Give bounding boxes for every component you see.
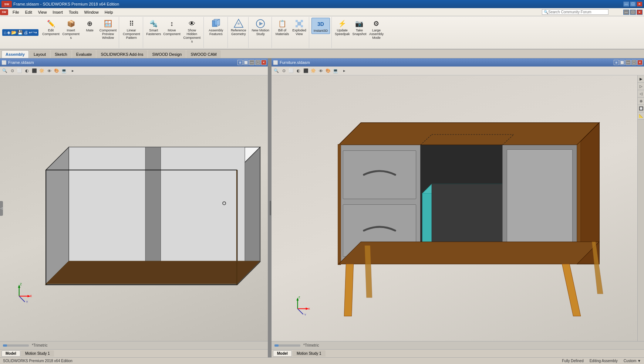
reference-geometry-button[interactable]: ReferenceGeometry [230, 18, 247, 37]
frame-min-button[interactable]: — [249, 60, 254, 65]
svg-text:Z: Z [299, 296, 300, 299]
frame-max-button[interactable]: ☐ [255, 60, 260, 65]
show-hidden-button[interactable]: 👁 ShowHiddenComponents [182, 18, 202, 44]
undo-icon[interactable]: ↩ [29, 30, 33, 35]
frame-titlebar-right[interactable]: ⊞ ⬜ — ☐ ✕ [237, 60, 266, 65]
furniture-model-tab[interactable]: Model [273, 350, 292, 357]
move-component-button[interactable]: ↕ MoveComponent [162, 18, 181, 37]
minimize-button[interactable]: — [623, 1, 629, 7]
titlebar-buttons[interactable]: — ☐ ✕ [623, 1, 643, 7]
furniture-expand-button[interactable]: ⬜ [620, 60, 625, 65]
menu-file[interactable]: File [10, 8, 22, 16]
tab-solidworks-addins[interactable]: SOLIDWORKS Add-Ins [97, 50, 147, 58]
frame-more-btn[interactable]: ▸ [70, 68, 76, 74]
furniture-view-toolbar: 🔍 ⊙ ⬜ ◐ ⬛ 🔆 👁 🎨 💻 ▸ [272, 67, 644, 75]
furniture-display-btn[interactable]: 💻 [332, 68, 339, 74]
instant3d-label: Instant3D [314, 29, 328, 33]
frame-wireframe-btn[interactable]: ◐ [24, 68, 30, 74]
side-btn-5[interactable]: 🔲 [638, 105, 644, 112]
print-icon[interactable]: 🖨 [24, 30, 28, 35]
component-preview-button[interactable]: 🪟 ComponentPreviewWindow [99, 18, 118, 41]
frame-expand-button[interactable]: ⬜ [243, 60, 249, 65]
menu-window[interactable]: Window [81, 8, 102, 16]
furniture-max-button[interactable]: ☐ [631, 60, 637, 65]
linear-component-pattern-button[interactable]: ⠿ Linear ComponentPattern [121, 18, 141, 41]
frame-close-button[interactable]: ✕ [261, 60, 266, 65]
new-icon[interactable]: ◈ [7, 30, 10, 35]
large-assembly-mode-button[interactable]: ⚙ LargeAssemblyMode [368, 18, 384, 41]
frame-lights-btn[interactable]: 🔆 [38, 68, 45, 74]
search-input[interactable] [548, 10, 604, 14]
furniture-3d-model: Z X Y [272, 75, 644, 341]
update-speedpak-button[interactable]: ⚡ UpdateSpeedpak [334, 18, 351, 37]
menu-close[interactable]: ✕ [637, 10, 643, 15]
frame-hide-show-btn[interactable]: 👁 [46, 68, 53, 74]
furniture-titlebar-right[interactable]: ⊞ ⬜ — ☐ ✕ [614, 60, 643, 65]
smart-fasteners-button[interactable]: 🔩 SmartFasteners [145, 18, 162, 37]
home-icon[interactable]: ⌂ [4, 30, 6, 35]
furniture-restore-button[interactable]: ⊞ [614, 60, 619, 65]
left-collapse-handle[interactable]: ◁ [0, 201, 3, 216]
splitter-handle[interactable] [270, 201, 271, 215]
frame-motion-study-tab[interactable]: Motion Study 1 [21, 350, 54, 357]
side-btn-1[interactable]: ▶ [638, 75, 644, 83]
menu-insert[interactable]: Insert [50, 8, 66, 16]
furniture-motion-study-tab[interactable]: Motion Study 1 [293, 350, 326, 357]
furniture-min-button[interactable]: — [626, 60, 631, 65]
furniture-zoom-btn[interactable]: 🔍 [273, 68, 280, 74]
furniture-rotate-btn[interactable]: ⊙ [280, 68, 287, 74]
furniture-wireframe-btn[interactable]: ◐ [295, 68, 302, 74]
furniture-view-area[interactable]: Z X Y ▶ ▷ ◁ ⊕ 🔲 📐 [272, 75, 644, 341]
tab-sketch[interactable]: Sketch [51, 50, 71, 58]
furniture-hide-show-btn[interactable]: 👁 [317, 68, 324, 74]
side-btn-6[interactable]: 📐 [638, 112, 644, 120]
tab-layout[interactable]: Layout [30, 50, 50, 58]
frame-zoom-btn[interactable]: 🔍 [1, 68, 8, 74]
frame-display-btn[interactable]: 💻 [61, 68, 67, 74]
save-icon[interactable]: 💾 [17, 30, 23, 35]
furniture-shaded-btn[interactable]: ⬜ [288, 68, 294, 74]
linear-pattern-group: ⠿ Linear ComponentPattern [120, 17, 143, 48]
edit-component-button[interactable]: ✏️ EditComponent [41, 18, 60, 37]
frame-section-btn[interactable]: ⬛ [31, 68, 38, 74]
frame-model-tab[interactable]: Model [1, 350, 20, 357]
furniture-lights-btn[interactable]: 🔆 [310, 68, 317, 74]
insert-components-button[interactable]: 📦 InsertComponents [61, 18, 81, 41]
instant3d-button[interactable]: 3D Instant3D [311, 18, 330, 34]
close-button[interactable]: ✕ [637, 1, 643, 7]
redo-icon[interactable]: ↪ [33, 30, 37, 35]
menu-minimize[interactable]: — [623, 10, 629, 15]
bill-of-materials-button[interactable]: 📋 Bill ofMaterials [274, 18, 290, 37]
furniture-close-button[interactable]: ✕ [637, 60, 643, 65]
menu-help[interactable]: Help [102, 8, 116, 16]
tab-swood-design[interactable]: SWOOD Design [148, 50, 186, 58]
furniture-section-btn[interactable]: ⬛ [303, 68, 309, 74]
assembly-features-button[interactable]: Assembly Features [206, 18, 226, 37]
menu-view[interactable]: View [35, 8, 50, 16]
menu-tools[interactable]: Tools [66, 8, 81, 16]
frame-appearances-btn[interactable]: 🎨 [53, 68, 60, 74]
tab-evaluate[interactable]: Evaluate [72, 50, 96, 58]
svg-line-4 [217, 25, 220, 27]
frame-shaded-btn[interactable]: ⬜ [16, 68, 23, 74]
menu-edit[interactable]: Edit [22, 8, 35, 16]
maximize-button[interactable]: ☐ [630, 1, 636, 7]
new-motion-study-button[interactable]: New MotionStudy [251, 18, 270, 37]
open-icon[interactable]: 📂 [11, 30, 17, 35]
custom-dropdown[interactable]: Custom ▼ [624, 359, 641, 363]
mate-button[interactable]: ⊕ Mate [82, 18, 98, 33]
frame-progress-fill [3, 344, 7, 347]
side-btn-4[interactable]: ⊕ [638, 98, 644, 105]
furniture-more-btn[interactable]: ▸ [341, 68, 348, 74]
side-btn-2[interactable]: ▷ [638, 83, 644, 90]
side-btn-3[interactable]: ◁ [638, 90, 644, 98]
frame-rotate-btn[interactable]: ⊙ [9, 68, 16, 74]
tab-swood-cam[interactable]: SWOOD CAM [186, 50, 220, 58]
take-snapshot-button[interactable]: 📷 TakeSnapshot [351, 18, 367, 37]
furniture-appearances-btn[interactable]: 🎨 [325, 68, 331, 74]
exploded-view-button[interactable]: ExplodedView [291, 18, 307, 37]
menu-maximize[interactable]: ☐ [630, 10, 636, 15]
frame-view-area[interactable]: Z X Y ◁ [0, 75, 268, 341]
frame-restore-button[interactable]: ⊞ [237, 60, 243, 65]
tab-assembly[interactable]: Assembly [1, 50, 29, 58]
